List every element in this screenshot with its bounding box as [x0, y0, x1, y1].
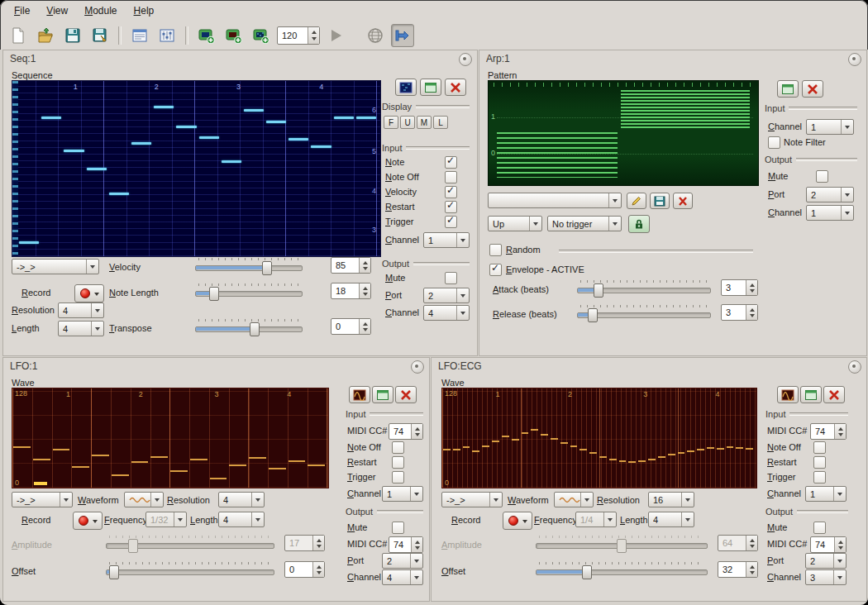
seq-module-rename-button[interactable] — [420, 79, 441, 96]
seq-mute-checkbox[interactable] — [445, 272, 457, 284]
arp-release-slider[interactable] — [577, 304, 711, 320]
lfo2-offset-spinbox[interactable]: 32 — [718, 561, 758, 578]
lfo2-amplitude-slider[interactable] — [536, 535, 708, 550]
seq-module-clone-button[interactable] — [395, 79, 417, 96]
seq-in-channel-select[interactable]: 1 — [423, 232, 470, 248]
add-lfo-button[interactable] — [222, 24, 246, 47]
lfo1-waveform-select[interactable] — [124, 492, 164, 507]
lfo1-port-select[interactable]: 2 — [382, 553, 423, 569]
arp-module-delete-button[interactable] — [802, 80, 823, 98]
seq-note-checkbox[interactable] — [445, 156, 457, 169]
lfo1-in-channel-select[interactable]: 1 — [382, 486, 423, 502]
lfo2-port-select[interactable]: 2 — [805, 553, 847, 569]
lfo1-out-cc-spinbox[interactable]: 74 — [389, 536, 423, 553]
seq-record-button[interactable] — [74, 284, 104, 302]
lfo2-offset-slider[interactable] — [536, 561, 708, 577]
arp-in-channel-select[interactable]: 1 — [806, 119, 854, 135]
lfo2-wave-display[interactable]: 128 0 1 2 3 4 — [441, 388, 757, 488]
arp-module-rename-button[interactable] — [777, 80, 799, 98]
seq-note-off-checkbox[interactable] — [445, 171, 457, 183]
arp-panel-titlebar[interactable]: Arp:1 — [479, 50, 866, 67]
seq-display-tab-u[interactable]: U — [400, 116, 415, 129]
lfo1-note-off-checkbox[interactable] — [392, 441, 404, 454]
arp-random-checkbox[interactable] — [489, 244, 502, 256]
seq-trigger-checkbox[interactable] — [445, 216, 457, 228]
seq-panel-titlebar[interactable]: Seq:1 — [3, 50, 477, 67]
lfo1-float-panel-button[interactable] — [411, 360, 424, 374]
save-file-button[interactable] — [61, 24, 84, 47]
lfo1-panel-titlebar[interactable]: LFO:1 — [3, 358, 429, 374]
lfo1-module-delete-button[interactable] — [395, 386, 417, 403]
arp-port-select[interactable]: 2 — [806, 187, 854, 202]
seq-out-channel-select[interactable]: 4 — [423, 305, 470, 321]
lfo2-float-panel-button[interactable] — [848, 360, 861, 374]
lfo2-in-cc-spinbox[interactable]: 74 — [810, 423, 847, 440]
seq-port-select[interactable]: 2 — [423, 288, 470, 303]
seq-velocity-slider[interactable] — [195, 257, 303, 273]
arp-direction-select[interactable]: Up — [488, 216, 542, 231]
save-file-as-button[interactable] — [88, 24, 112, 47]
lfo1-trigger-checkbox[interactable] — [392, 471, 404, 484]
lfo1-in-cc-spinbox[interactable]: 74 — [389, 423, 423, 440]
arp-note-filter-checkbox[interactable] — [768, 136, 780, 149]
seq-display-tab-f[interactable]: F — [384, 116, 398, 129]
menu-module[interactable]: Module — [77, 2, 124, 19]
open-file-button[interactable] — [34, 24, 57, 47]
play-button[interactable] — [324, 24, 347, 47]
menu-view[interactable]: View — [39, 2, 75, 19]
lfo2-panel-titlebar[interactable]: LFO:ECG — [432, 358, 866, 374]
arp-out-channel-select[interactable]: 1 — [806, 205, 854, 221]
lfo2-module-rename-button[interactable] — [800, 386, 822, 403]
lfo2-out-channel-select[interactable]: 3 — [805, 569, 847, 585]
seq-loop-mode-select[interactable]: ->_> — [12, 259, 99, 274]
seq-transpose-spinbox[interactable]: 0 — [331, 318, 371, 335]
arp-mute-checkbox[interactable] — [816, 170, 828, 183]
seq-display-tab-m[interactable]: M — [417, 116, 432, 129]
lfo1-offset-spinbox[interactable]: 0 — [284, 561, 325, 578]
lfo1-length-select[interactable]: 4 — [218, 512, 265, 527]
arp-float-panel-button[interactable] — [848, 53, 861, 66]
lfo2-frequency-select[interactable]: 1/4 — [575, 512, 617, 527]
lfo1-mute-checkbox[interactable] — [392, 522, 404, 534]
lfo1-record-button[interactable] — [73, 512, 103, 530]
lfo1-wave-display[interactable]: 128 0 1 2 3 4 — [12, 388, 329, 488]
lfo1-frequency-select[interactable]: 1/32 — [145, 512, 187, 527]
new-file-button[interactable] — [7, 24, 30, 47]
seq-restart-checkbox[interactable] — [445, 201, 457, 213]
lfo1-out-channel-select[interactable]: 4 — [382, 569, 423, 585]
lfo1-module-clone-button[interactable] — [349, 386, 370, 403]
jack-sync-button[interactable] — [391, 24, 414, 47]
lfo2-trigger-checkbox[interactable] — [813, 471, 826, 484]
seq-note-length-spinbox[interactable]: 18 — [331, 283, 371, 299]
arp-pattern-display[interactable]: 1 0 — [488, 80, 759, 186]
spin-arrows[interactable] — [308, 27, 319, 44]
event-log-button[interactable] — [128, 24, 151, 47]
seq-display-tab-l[interactable]: L — [433, 116, 448, 129]
seq-roll[interactable]: 1 2 3 4 6 5 4 3 — [12, 80, 381, 257]
midi-controllers-button[interactable] — [155, 24, 179, 47]
lfo2-module-delete-button[interactable] — [823, 386, 845, 403]
lfo2-waveform-select[interactable] — [554, 492, 594, 507]
menu-help[interactable]: Help — [126, 2, 162, 19]
arp-pattern-select[interactable] — [488, 193, 622, 208]
lfo1-restart-checkbox[interactable] — [392, 456, 404, 469]
lfo1-offset-slider[interactable] — [106, 561, 274, 577]
add-arp-button[interactable] — [195, 24, 218, 47]
lfo1-amplitude-spinbox[interactable]: 17 — [284, 535, 325, 551]
seq-velocity-checkbox[interactable] — [445, 186, 457, 198]
lfo2-note-off-checkbox[interactable] — [813, 441, 826, 454]
seq-resolution-select[interactable]: 4 — [58, 302, 104, 318]
lfo2-restart-checkbox[interactable] — [813, 456, 826, 469]
seq-module-delete-button[interactable] — [445, 79, 466, 96]
arp-attack-spinbox[interactable]: 3 — [721, 279, 758, 296]
lfo2-amplitude-spinbox[interactable]: 64 — [718, 535, 758, 551]
lfo2-loop-mode-select[interactable]: ->_> — [441, 492, 503, 507]
arp-trigger-mode-select[interactable]: No trigger — [547, 216, 622, 231]
midi-clock-button[interactable] — [364, 24, 387, 47]
seq-float-panel-button[interactable] — [459, 53, 472, 66]
seq-velocity-spinbox[interactable]: 85 — [331, 257, 371, 274]
seq-length-select[interactable]: 4 — [58, 321, 104, 336]
lfo2-in-channel-select[interactable]: 1 — [805, 486, 847, 502]
lfo1-resolution-select[interactable]: 4 — [218, 492, 265, 507]
tempo-spinbox[interactable]: 120 — [277, 26, 320, 45]
